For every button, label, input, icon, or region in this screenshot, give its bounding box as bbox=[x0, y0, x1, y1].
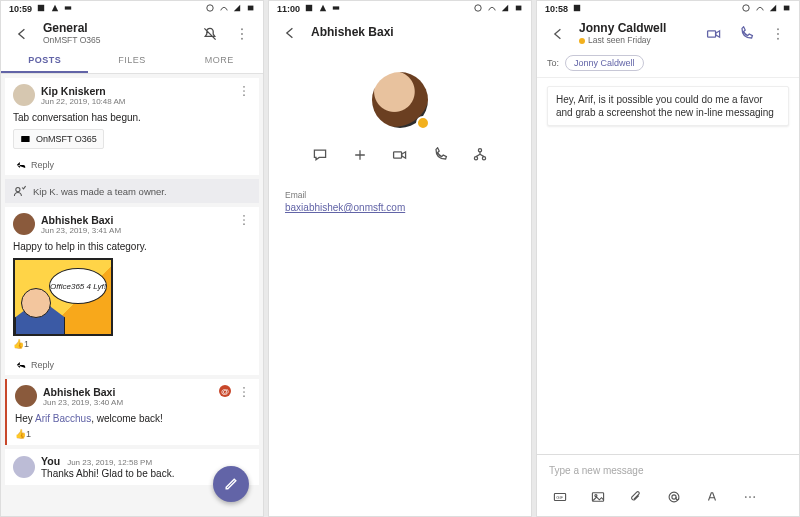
screen-chat: 10:58 Jonny Caldwell Last seen Friday To… bbox=[536, 0, 800, 517]
org-icon[interactable] bbox=[471, 146, 489, 164]
video-icon[interactable] bbox=[391, 146, 409, 164]
presence-text: Last seen Friday bbox=[579, 35, 666, 45]
svg-point-20 bbox=[207, 4, 213, 10]
profile-body: Email baxiabhishek@onmsft.com bbox=[269, 48, 531, 516]
post-more-icon[interactable] bbox=[237, 213, 251, 229]
status-bar: 10:59 bbox=[1, 1, 263, 16]
svg-point-27 bbox=[743, 4, 749, 10]
post-more-icon[interactable] bbox=[237, 84, 251, 100]
status-time: 11:00 bbox=[277, 4, 300, 14]
chat-contact-name: Jonny Caldwell bbox=[579, 22, 666, 35]
channel-tabs: POSTS FILES MORE bbox=[1, 49, 263, 74]
svg-point-24 bbox=[475, 4, 481, 10]
profile-header: Abhishek Baxi bbox=[269, 16, 531, 48]
back-icon[interactable] bbox=[547, 23, 569, 45]
email-label: Email bbox=[285, 190, 515, 200]
svg-rect-19 bbox=[65, 6, 71, 9]
call-icon[interactable] bbox=[735, 23, 757, 45]
tab-files[interactable]: FILES bbox=[88, 49, 175, 73]
reply-button[interactable]: Reply bbox=[5, 355, 259, 375]
video-icon[interactable] bbox=[703, 23, 725, 45]
back-icon[interactable] bbox=[279, 22, 301, 44]
tab-posts[interactable]: POSTS bbox=[1, 49, 88, 73]
back-icon[interactable] bbox=[11, 23, 33, 45]
chat-header: Jonny Caldwell Last seen Friday bbox=[537, 16, 799, 49]
post-author: You bbox=[41, 455, 60, 467]
post-time: Jun 22, 2019, 10:48 AM bbox=[41, 97, 126, 106]
attach-icon[interactable] bbox=[625, 486, 647, 508]
post-card[interactable]: @ Abhishek Baxi Jun 23, 2019, 3:40 AM He… bbox=[5, 379, 259, 445]
composer: Type a new message bbox=[537, 454, 799, 516]
email-value[interactable]: baxiabhishek@onmsft.com bbox=[285, 200, 515, 213]
presence-away-icon bbox=[579, 38, 585, 44]
svg-rect-25 bbox=[516, 5, 522, 10]
reply-label: Reply bbox=[31, 160, 54, 170]
notifications-off-icon[interactable] bbox=[199, 23, 221, 45]
mention-link[interactable]: Arif Bacchus bbox=[35, 413, 91, 424]
call-icon[interactable] bbox=[431, 146, 449, 164]
status-bar: 10:58 bbox=[537, 1, 799, 16]
post-author: Abhishek Baxi bbox=[41, 214, 121, 226]
tab-chip[interactable]: OnMSFT O365 bbox=[13, 129, 104, 149]
post-more-icon[interactable] bbox=[237, 385, 251, 401]
status-time: 10:58 bbox=[545, 4, 568, 14]
post-body: Hey Arif Bacchus, welcome back! bbox=[15, 407, 251, 426]
more-icon[interactable] bbox=[231, 23, 253, 45]
svg-rect-21 bbox=[248, 5, 254, 10]
svg-rect-23 bbox=[333, 6, 339, 9]
status-bar: 11:00 bbox=[269, 1, 531, 16]
reaction-count[interactable]: 👍1 bbox=[15, 426, 251, 439]
team-name: OnMSFT O365 bbox=[43, 35, 100, 45]
add-icon[interactable] bbox=[351, 146, 369, 164]
chip-label: OnMSFT O365 bbox=[36, 134, 97, 144]
avatar[interactable] bbox=[13, 84, 35, 106]
post-time: Jun 23, 2019, 12:58 PM bbox=[67, 458, 152, 467]
svg-rect-18 bbox=[38, 4, 44, 10]
svg-rect-26 bbox=[574, 4, 580, 10]
post-card[interactable]: Kip Kniskern Jun 22, 2019, 10:48 AM Tab … bbox=[5, 78, 259, 155]
avatar[interactable] bbox=[13, 213, 35, 235]
screen-channel: 10:59 General OnMSFT O365 POSTS FILES MO… bbox=[0, 0, 264, 517]
post-card[interactable]: Abhishek Baxi Jun 23, 2019, 3:41 AM Happ… bbox=[5, 207, 259, 355]
post-body: Thanks Abhi! Glad to be back. bbox=[41, 467, 174, 479]
post-body: Tab conversation has begun. bbox=[13, 106, 251, 125]
profile-name-header: Abhishek Baxi bbox=[311, 26, 394, 39]
sticker-image: Office365 4 Lyf! bbox=[13, 258, 113, 336]
message-input[interactable]: Type a new message bbox=[537, 455, 799, 486]
sticker-text: Office365 4 Lyf! bbox=[49, 268, 107, 304]
chat-icon[interactable] bbox=[311, 146, 329, 164]
post-author: Abhishek Baxi bbox=[43, 386, 123, 398]
to-field: To: Jonny Caldwell bbox=[537, 49, 799, 78]
tab-more[interactable]: MORE bbox=[176, 49, 263, 73]
gif-icon[interactable] bbox=[549, 486, 571, 508]
system-message: Kip K. was made a team owner. bbox=[5, 179, 259, 203]
compose-fab[interactable] bbox=[213, 466, 249, 502]
format-icon[interactable] bbox=[701, 486, 723, 508]
reply-button[interactable]: Reply bbox=[5, 155, 259, 175]
presence-away-icon bbox=[416, 116, 430, 130]
avatar[interactable] bbox=[13, 456, 35, 478]
profile-actions bbox=[285, 128, 515, 190]
post-time: Jun 23, 2019, 3:41 AM bbox=[41, 226, 121, 235]
image-icon[interactable] bbox=[587, 486, 609, 508]
post-time: Jun 23, 2019, 3:40 AM bbox=[43, 398, 123, 407]
svg-rect-28 bbox=[784, 5, 790, 10]
channel-header: General OnMSFT O365 bbox=[1, 16, 263, 49]
recipient-pill[interactable]: Jonny Caldwell bbox=[565, 55, 644, 71]
profile-avatar[interactable] bbox=[372, 72, 428, 128]
to-label: To: bbox=[547, 58, 559, 68]
chat-body[interactable]: Hey, Arif, is it possible you could do m… bbox=[537, 78, 799, 454]
reply-label: Reply bbox=[31, 360, 54, 370]
post-body: Happy to help in this category. bbox=[13, 235, 251, 254]
avatar[interactable] bbox=[15, 385, 37, 407]
post-author: Kip Kniskern bbox=[41, 85, 126, 97]
post-feed[interactable]: Kip Kniskern Jun 22, 2019, 10:48 AM Tab … bbox=[1, 74, 263, 516]
system-text: Kip K. was made a team owner. bbox=[33, 186, 167, 197]
screen-profile: 11:00 Abhishek Baxi Email baxiabhishek@o… bbox=[268, 0, 532, 517]
reaction-count[interactable]: 👍1 bbox=[13, 336, 251, 349]
svg-rect-22 bbox=[306, 4, 312, 10]
more-icon[interactable] bbox=[739, 486, 761, 508]
mention-icon[interactable] bbox=[663, 486, 685, 508]
more-icon[interactable] bbox=[767, 23, 789, 45]
status-time: 10:59 bbox=[9, 4, 32, 14]
